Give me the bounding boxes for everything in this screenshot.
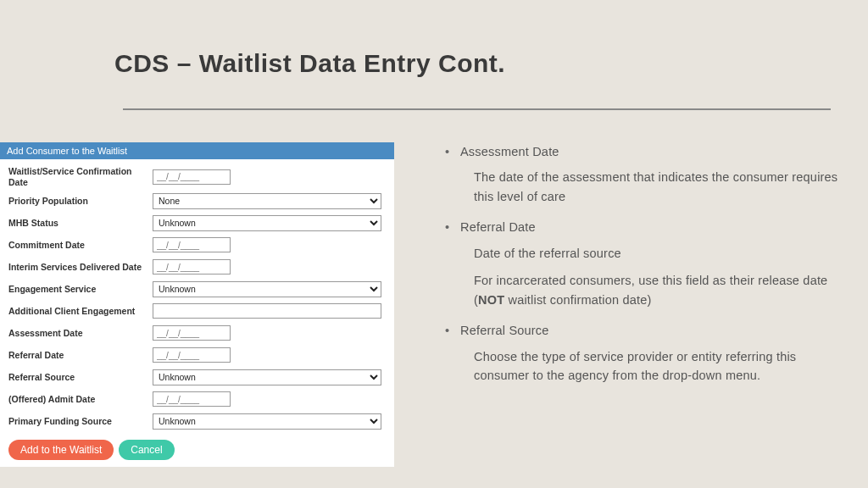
input-offered-admit[interactable] (153, 391, 231, 407)
explanation-panel: • Assessment Date The date of the assess… (445, 142, 852, 397)
bullet-icon: • (445, 321, 460, 340)
explain-text-refdate-2: For incarcerated consumers, use this fie… (474, 271, 852, 309)
add-to-waitlist-button[interactable]: Add to the Waitlist (8, 440, 114, 460)
row-offered-admit: (Offered) Admit Date (8, 391, 386, 408)
row-commit-date: Commitment Date (8, 236, 386, 253)
input-assess-date[interactable] (153, 325, 231, 341)
cancel-button[interactable]: Cancel (119, 440, 174, 460)
label-commit-date: Commitment Date (8, 240, 153, 251)
explain-referral-source: • Referral Source Choose the type of ser… (445, 321, 852, 385)
row-primary-funding: Primary Funding Source Unknown (8, 413, 386, 430)
explain-title-refsrc: Referral Source (460, 321, 549, 340)
explain-assessment-date: • Assessment Date The date of the assess… (445, 142, 852, 206)
label-addl-engage: Additional Client Engagement (8, 306, 153, 317)
row-waitlist-confirm: Waitlist/Service Confirmation Date (8, 166, 386, 187)
label-primary-funding: Primary Funding Source (8, 416, 153, 427)
input-waitlist-confirm[interactable] (153, 169, 231, 185)
input-commit-date[interactable] (153, 237, 231, 252)
label-referral-source: Referral Source (8, 372, 153, 383)
row-addl-engage: Additional Client Engagement (8, 302, 386, 319)
row-referral-date: Referral Date (8, 347, 386, 363)
label-referral-date: Referral Date (8, 350, 153, 361)
input-referral-date[interactable] (153, 347, 231, 363)
select-engage-service[interactable]: Unknown (153, 281, 381, 297)
row-referral-source: Referral Source Unknown (8, 369, 386, 385)
explain-referral-date: • Referral Date Date of the referral sou… (445, 218, 852, 309)
row-engage-service: Engagement Service Unknown (8, 280, 386, 297)
label-interim-date: Interim Services Delivered Date (8, 262, 153, 273)
button-row: Add to the Waitlist Cancel (0, 440, 394, 467)
explain-title-refdate: Referral Date (460, 218, 536, 236)
label-offered-admit: (Offered) Admit Date (8, 394, 153, 405)
explain-text-refdate-1: Date of the referral source (474, 244, 852, 263)
label-assess-date: Assessment Date (8, 328, 153, 339)
select-mhb-status[interactable]: Unknown (153, 215, 381, 231)
row-priority-pop: Priority Population None (8, 192, 386, 209)
row-interim-date: Interim Services Delivered Date (8, 258, 386, 275)
bullet-icon: • (445, 218, 460, 236)
explain-title-assess: Assessment Date (460, 142, 559, 161)
select-referral-source[interactable]: Unknown (153, 369, 381, 385)
form-panel: Add Consumer to the Waitlist Waitlist/Se… (0, 142, 394, 467)
row-assess-date: Assessment Date (8, 324, 386, 341)
explain-text-assess: The date of the assessment that indicate… (474, 168, 852, 206)
explain-text-refsrc: Choose the type of service provider or e… (474, 347, 852, 385)
label-mhb-status: MHB Status (8, 218, 153, 229)
row-mhb-status: MHB Status Unknown (8, 214, 386, 231)
form-body: Waitlist/Service Confirmation Date Prior… (0, 159, 394, 440)
title-divider (123, 108, 831, 110)
label-engage-service: Engagement Service (8, 284, 153, 295)
label-waitlist-confirm: Waitlist/Service Confirmation Date (8, 166, 153, 187)
bullet-icon: • (445, 142, 460, 161)
label-priority-pop: Priority Population (8, 196, 153, 207)
page-title: CDS – Waitlist Data Entry Cont. (114, 49, 505, 78)
select-primary-funding[interactable]: Unknown (153, 413, 381, 430)
input-addl-engage[interactable] (153, 303, 381, 319)
input-interim-date[interactable] (153, 259, 231, 274)
form-header: Add Consumer to the Waitlist (0, 142, 394, 159)
select-priority-pop[interactable]: None (153, 193, 381, 209)
